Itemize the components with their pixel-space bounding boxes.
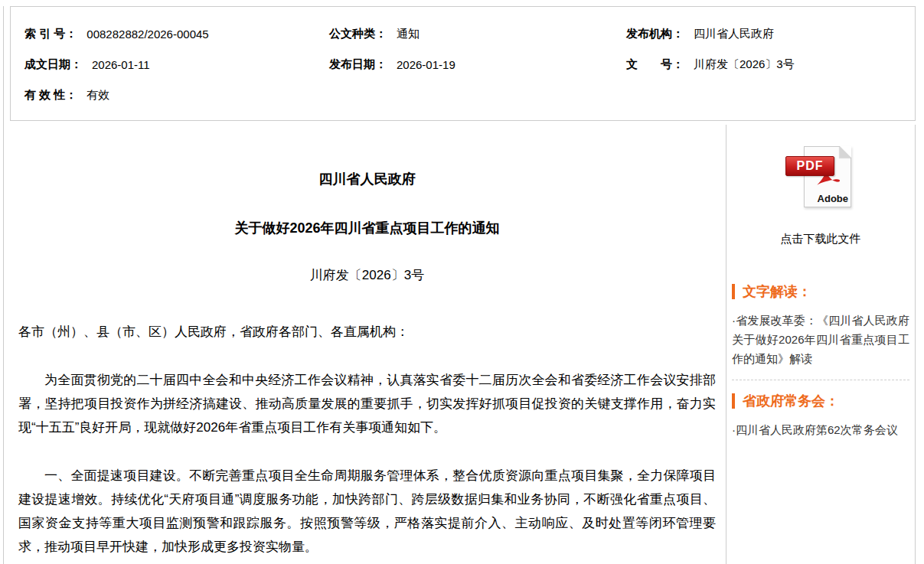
sidebar-section-title-text: 文字解读： [743,283,811,300]
meta-value: 有效 [87,88,109,103]
sidebar-section-title: 省政府常务会： [732,393,909,409]
meta-value: 2026-01-19 [397,58,455,71]
sidebar-section-executive-meeting: 省政府常务会： ·四川省人民政府第62次常务会议 [730,393,911,439]
meta-field-index-number: 索 引 号： 008282882/2026-00045 [11,27,315,41]
pdf-download-label[interactable]: 点击下载此文件 [730,232,911,246]
pdf-banner-label: PDF [785,156,834,176]
adobe-brand-label: Adobe [818,193,848,204]
meta-label: 文 号： [626,57,684,72]
sidebar-section-title: 文字解读： [732,283,909,300]
meta-value: 008282882/2026-00045 [87,28,208,41]
sidebar-section-items: ·省发展改革委：《四川省人民政府关于做好2026年四川省重点项目工作的通知》解读 [732,311,909,368]
sidebar-section-interpretation: 文字解读： ·省发展改革委：《四川省人民政府关于做好2026年四川省重点项目工作… [730,283,911,368]
meta-label: 成文日期： [24,57,82,72]
content-area: 四川省人民政府 关于做好2026年四川省重点项目工作的通知 川府发〔2026〕3… [4,121,924,564]
sidebar-section-items: ·四川省人民政府第62次常务会议 [732,420,909,439]
meta-label: 有 效 性： [24,88,77,103]
document-title: 关于做好2026年四川省重点项目工作的通知 [18,219,716,237]
meta-field-publish-date: 发布日期： 2026-01-19 [315,57,612,72]
document-salutation: 各市（州）、县（市、区）人民政府，省政府各部门、各直属机构： [18,320,716,344]
meta-label: 索 引 号： [24,27,77,41]
meta-field-doc-type: 公文种类： 通知 [315,27,612,41]
document-number: 川府发〔2026〕3号 [18,266,716,285]
meta-value: 通知 [397,27,420,41]
sidebar-link-executive-meeting[interactable]: ·四川省人民政府第62次常务会议 [732,420,909,439]
meta-field-doc-number: 文 号： 川府发〔2026〕3号 [612,57,915,72]
meta-field-issuing-agency: 发布机构： 四川省人民政府 [612,27,915,41]
page: 索 引 号： 008282882/2026-00045 公文种类： 通知 发布机… [3,6,924,564]
pdf-folded-corner-icon [840,146,851,158]
pdf-file-icon: Adobe PDF [785,146,856,209]
document-paragraph: 一、全面提速项目建设。不断完善重点项目全生命周期服务管理体系，整合优质资源向重点… [18,464,716,559]
sidebar-section-title-text: 省政府常务会： [743,393,839,409]
sidebar-link-interpretation[interactable]: ·省发展改革委：《四川省人民政府关于做好2026年四川省重点项目工作的通知》解读 [732,311,909,368]
document-paragraph: 为全面贯彻党的二十届四中全会和中央经济工作会议精神，认真落实省委十二届历次全会和… [18,368,716,439]
pdf-download-link[interactable]: Adobe PDF 点击下载此文件 [730,146,911,246]
pdf-page-shape: Adobe [804,146,851,207]
dashed-divider [732,380,909,380]
sidebar: Adobe PDF 点击下载此文件 文字解读： ·省发展改革委：《四川省人民政府… [726,125,916,564]
meta-label: 发布日期： [329,57,387,72]
meta-value: 川府发〔2026〕3号 [694,57,795,72]
meta-value: 四川省人民政府 [694,27,774,41]
orange-bar-icon [732,393,735,409]
meta-label: 公文种类： [329,27,387,41]
meta-field-validity: 有 效 性： 有效 [11,88,315,103]
document-meta-panel: 索 引 号： 008282882/2026-00045 公文种类： 通知 发布机… [10,6,916,121]
meta-field-written-date: 成文日期： 2026-01-11 [11,57,315,72]
meta-value: 2026-01-11 [92,58,150,71]
document-body: 四川省人民政府 关于做好2026年四川省重点项目工作的通知 川府发〔2026〕3… [4,121,726,564]
meta-label: 发布机构： [626,27,684,41]
orange-bar-icon [732,284,735,299]
document-org-title: 四川省人民政府 [18,170,716,188]
